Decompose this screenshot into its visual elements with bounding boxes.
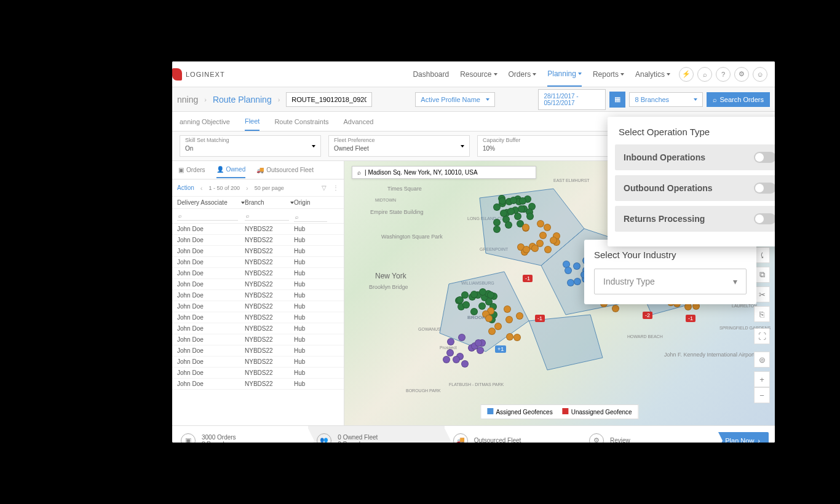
map-dot[interactable] <box>505 221 512 229</box>
table-row[interactable]: John DoeNYBDS22Hub <box>172 257 344 268</box>
branches-dropdown[interactable]: 8 Branches <box>629 92 703 107</box>
search-orders-button[interactable]: ⌕Search Orders <box>707 92 770 107</box>
step-outsourced[interactable]: 🚚 Outsourced Fleet <box>445 426 580 443</box>
map-marker[interactable]: +1 <box>495 345 506 353</box>
map-dot[interactable] <box>453 356 460 363</box>
map-dot[interactable] <box>567 279 574 286</box>
table-row[interactable]: John DoeNYBDS22Hub <box>172 268 344 279</box>
nav-reports[interactable]: Reports <box>593 63 624 86</box>
table-row[interactable]: John DoeNYBDS22Hub <box>172 334 344 345</box>
table-row[interactable]: John DoeNYBDS22Hub <box>172 235 344 246</box>
map-marker[interactable]: -1 <box>535 315 545 322</box>
nav-resource[interactable]: Resource <box>460 63 497 86</box>
map-dot[interactable] <box>494 323 502 330</box>
map-dot[interactable] <box>544 246 552 253</box>
prev-page-button[interactable]: ‹ <box>200 184 203 192</box>
filter-icon[interactable]: ▽ <box>322 184 327 191</box>
table-row[interactable]: John DoeNYBDS22Hub <box>172 379 344 390</box>
nav-orders[interactable]: Orders <box>509 63 537 86</box>
table-row[interactable]: John DoeNYBDS22Hub <box>172 290 344 301</box>
map-dot[interactable] <box>539 232 547 239</box>
map-dot[interactable] <box>443 356 450 363</box>
map-dot[interactable] <box>475 339 482 347</box>
map-dot[interactable] <box>514 213 521 220</box>
subtab-orders[interactable]: ▣Orders <box>178 162 205 178</box>
next-page-button[interactable]: › <box>246 184 248 192</box>
returns-toggle[interactable] <box>754 213 775 224</box>
filter-branch-input[interactable] <box>245 211 289 221</box>
filter-associate-input[interactable] <box>177 211 238 221</box>
table-row[interactable]: John DoeNYBDS22Hub <box>172 345 344 356</box>
filter-origin-input[interactable] <box>294 213 327 222</box>
calendar-button[interactable]: ▦ <box>609 92 625 108</box>
tab-advanced[interactable]: Advanced <box>343 113 373 130</box>
map-dot[interactable] <box>574 278 581 285</box>
map-dot[interactable] <box>526 213 534 220</box>
table-row[interactable]: John DoeNYBDS22Hub <box>172 301 344 312</box>
map-dot[interactable] <box>493 226 501 233</box>
user-icon[interactable]: ☺ <box>753 67 767 82</box>
col-origin[interactable]: Origin <box>294 199 311 206</box>
route-id-input[interactable] <box>286 92 372 107</box>
table-row[interactable]: John DoeNYBDS22Hub <box>172 323 344 334</box>
map-marker[interactable]: -1 <box>523 275 533 282</box>
outbound-toggle[interactable] <box>754 183 775 194</box>
map-dot[interactable] <box>488 328 496 335</box>
map-fullscreen-icon[interactable]: ⛶ <box>754 328 770 344</box>
map-dot[interactable] <box>458 334 466 341</box>
gear-icon[interactable]: ⚙ <box>734 67 749 82</box>
map-dot[interactable] <box>461 291 469 299</box>
nav-planning[interactable]: Planning <box>547 62 582 87</box>
map-dot[interactable] <box>531 245 539 252</box>
action-dropdown[interactable]: Action <box>177 184 194 191</box>
help-icon[interactable]: ? <box>716 67 731 82</box>
map-dot[interactable] <box>507 208 515 215</box>
map-dot[interactable] <box>519 197 526 205</box>
nav-dashboard[interactable]: Dashboard <box>413 63 449 86</box>
map-dot[interactable] <box>493 203 501 211</box>
bolt-icon[interactable]: ⚡ <box>679 67 694 82</box>
map-copy-icon[interactable]: ⎘ <box>754 306 770 322</box>
plan-now-button[interactable]: Plan Now› <box>716 432 769 443</box>
map-dot[interactable] <box>544 224 551 231</box>
map-dot[interactable] <box>506 333 513 341</box>
map-marker[interactable]: -1 <box>686 315 695 322</box>
step-owned-fleet[interactable]: 👥 0 Owned Fleet0 Branches <box>308 426 444 443</box>
capacity-buffer-dropdown[interactable]: Capacity Buffer10% <box>477 135 619 157</box>
map-search-input[interactable]: ⌕| Madison Sq. New York, NY, 10010, USA <box>352 166 536 179</box>
map-dot[interactable] <box>505 316 513 323</box>
map-dot[interactable] <box>523 246 530 253</box>
table-row[interactable]: John DoeNYBDS22Hub <box>172 224 344 235</box>
breadcrumb-route-planning[interactable]: Route Planning <box>213 95 272 104</box>
map-dot[interactable] <box>478 302 486 310</box>
map-dot[interactable] <box>504 305 511 313</box>
subtab-owned[interactable]: 👤Owned <box>216 162 246 178</box>
col-delivery-associate[interactable]: Delivery Associate <box>177 199 228 206</box>
date-range-dropdown[interactable]: 28/11/2017 - 05/12/2017 <box>538 89 606 110</box>
per-page-dropdown[interactable]: 50 per page <box>255 185 284 191</box>
nav-analytics[interactable]: Analytics <box>635 63 670 86</box>
table-row[interactable]: John DoeNYBDS22Hub <box>172 356 344 368</box>
map-dot[interactable] <box>446 349 454 356</box>
more-icon[interactable]: ⋮ <box>333 184 339 191</box>
profile-dropdown[interactable]: Active Profile Name <box>415 92 495 107</box>
map-dot[interactable] <box>550 237 557 244</box>
map-dot[interactable] <box>462 301 470 309</box>
tab-constraints[interactable]: Route Constraints <box>274 113 328 130</box>
table-row[interactable]: John DoeNYBDS22Hub <box>172 246 344 257</box>
subtab-outsourced[interactable]: 🚚Outsourced Fleet <box>256 162 314 178</box>
tab-fleet[interactable]: Fleet <box>245 112 260 131</box>
map-dot[interactable] <box>461 360 469 368</box>
inbound-toggle[interactable] <box>754 152 775 163</box>
map-locate-icon[interactable]: ⊚ <box>754 352 770 368</box>
table-row[interactable]: John DoeNYBDS22Hub <box>172 312 344 323</box>
step-orders[interactable]: ▣ 3000 Orders8 Branches <box>172 426 308 443</box>
step-review[interactable]: ⚙ Review <box>580 426 716 443</box>
table-row[interactable]: John DoeNYBDS22Hub <box>172 279 344 290</box>
map-dot[interactable] <box>537 220 544 227</box>
table-row[interactable]: John DoeNYBDS22Hub <box>172 368 344 379</box>
map-dot[interactable] <box>513 334 521 341</box>
map-dot[interactable] <box>516 312 523 320</box>
map-dot[interactable] <box>447 338 454 345</box>
map-dot[interactable] <box>565 267 572 274</box>
